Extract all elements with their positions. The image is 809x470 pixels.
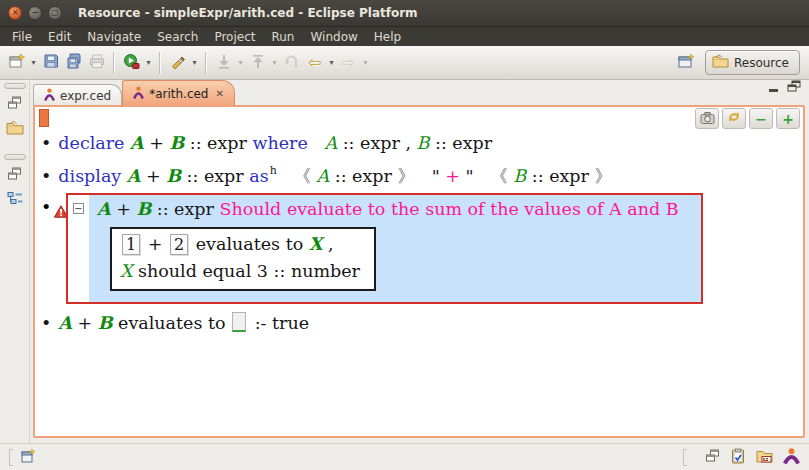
fast-view-icon[interactable]	[21, 448, 37, 467]
plus-icon: +	[782, 112, 794, 126]
menu-edit[interactable]: Edit	[40, 29, 79, 45]
menu-search[interactable]: Search	[149, 29, 206, 45]
menu-run[interactable]: Run	[263, 29, 302, 45]
token-kw: as	[249, 166, 268, 186]
check-header-line: A + B :: expr Should evaluate to the sum…	[97, 196, 695, 223]
sync-button[interactable]	[722, 108, 746, 129]
new-wizard-dropdown[interactable]: ▾	[28, 51, 39, 75]
project-explorer-folder-icon[interactable]	[5, 118, 25, 136]
run-external-tools-dropdown[interactable]: ▾	[143, 51, 154, 75]
minus-icon: −	[755, 112, 767, 126]
token-plain	[308, 133, 325, 153]
token-plain: evaluates to	[113, 313, 232, 333]
decrease-button[interactable]: −	[749, 108, 773, 129]
close-icon[interactable]: ✕	[8, 6, 22, 20]
forward-button[interactable]: ⇨	[337, 51, 360, 75]
line-bullet: •	[41, 166, 51, 186]
restore-view-icon[interactable]	[5, 165, 25, 183]
resource-perspective-button[interactable]: Resource	[705, 50, 800, 75]
next-annotation-dropdown[interactable]: ▾	[235, 51, 246, 75]
tab-label: expr.ced	[60, 89, 111, 103]
token-vari: X	[120, 261, 132, 281]
next-annotation-icon	[217, 54, 231, 72]
minimize-editor-icon[interactable]	[769, 89, 778, 92]
toolbar-separator	[159, 52, 161, 74]
display-line: •display A + B :: expr ash 《 A :: expr 》…	[35, 157, 803, 190]
menu-project[interactable]: Project	[206, 29, 263, 45]
pen-tool-dropdown[interactable]: ▾	[189, 51, 200, 75]
cedille-logo-icon[interactable]	[783, 448, 800, 467]
menu-help[interactable]: Help	[366, 29, 409, 45]
token-plain: :: expr ,	[337, 133, 416, 153]
restore-view-icon[interactable]	[705, 449, 720, 466]
token-guill: 》	[595, 166, 613, 186]
token-msg: Should evaluate to the sum of the values…	[219, 199, 678, 219]
next-annotation-button[interactable]	[212, 51, 235, 75]
cedille-file-icon	[133, 86, 144, 102]
statusbar-handle	[9, 449, 13, 466]
token-plain: :: expr	[429, 133, 492, 153]
view-stack-handle[interactable]	[4, 83, 26, 89]
token-kw: display	[58, 166, 126, 186]
token-vari: A	[325, 133, 338, 153]
token-plain: +	[142, 234, 168, 254]
new-wizard-icon	[9, 53, 25, 72]
camera-button[interactable]	[695, 108, 719, 129]
print-icon	[89, 53, 105, 72]
highlighted-check-block[interactable]: A + B :: expr Should evaluate to the sum…	[89, 195, 701, 302]
new-wizard-button[interactable]	[5, 51, 28, 75]
back-dropdown[interactable]: ▾	[326, 51, 337, 75]
declare-line: •declare A + B :: expr where A :: expr ,…	[35, 130, 803, 157]
forward-dropdown[interactable]: ▾	[360, 51, 371, 75]
menu-window[interactable]: Window	[302, 29, 365, 45]
cedille-editor[interactable]: − + •declare A + B :: expr where A :: ex…	[33, 105, 805, 438]
token-varb: A	[130, 133, 144, 153]
maximize-icon[interactable]: ▢	[48, 6, 62, 20]
back-button[interactable]: ⇦	[303, 51, 326, 75]
outline-view-icon[interactable]	[5, 189, 25, 207]
repository-icon[interactable]	[756, 448, 773, 466]
increase-button[interactable]: +	[776, 108, 800, 129]
toolbar: ▾ ▾ ▾	[0, 46, 809, 80]
collapse-minus-icon[interactable]: −	[73, 203, 84, 214]
token-varb: B	[98, 313, 113, 333]
view-stack-handle[interactable]	[4, 154, 26, 160]
token-plain	[277, 166, 294, 186]
token-varb: X	[309, 234, 323, 254]
sync-icon	[727, 110, 741, 127]
token-plain: "	[460, 166, 490, 186]
tab-arith-ced[interactable]: *arith.ced ✕	[122, 80, 235, 106]
token-kw: where	[252, 133, 307, 153]
resource-perspective-label: Resource	[734, 56, 789, 70]
menubar: File Edit Navigate Search Project Run Wi…	[0, 27, 809, 46]
token-varb: A	[127, 166, 141, 186]
maximize-editor-icon[interactable]	[787, 80, 801, 96]
save-button[interactable]	[39, 51, 62, 75]
minimize-icon[interactable]: −	[28, 6, 42, 20]
token-guill: 《	[293, 166, 316, 186]
last-edit-location-button[interactable]	[280, 51, 303, 75]
print-button[interactable]	[85, 51, 108, 75]
tab-close-icon[interactable]: ✕	[215, 88, 223, 99]
evaluation-detail-box: 1 + 2 evaluates to X , X should equal 3 …	[110, 227, 376, 291]
restore-view-icon[interactable]	[5, 94, 25, 112]
tab-expr-ced[interactable]: expr.ced	[33, 84, 122, 106]
token-guill: 《	[490, 166, 513, 186]
previous-annotation-dropdown[interactable]: ▾	[269, 51, 280, 75]
last-edit-location-icon	[284, 54, 299, 72]
forward-icon: ⇨	[342, 53, 355, 72]
folder-icon	[712, 54, 729, 71]
token-plain: :: expr	[526, 166, 594, 186]
tasks-icon[interactable]	[730, 448, 746, 467]
previous-annotation-button[interactable]	[246, 51, 269, 75]
open-perspective-button[interactable]	[675, 51, 698, 75]
token-varb: A	[97, 199, 111, 219]
back-icon: ⇦	[308, 53, 321, 72]
pen-tool-button[interactable]	[166, 51, 189, 75]
run-external-tools-button[interactable]	[120, 51, 143, 75]
menu-file[interactable]: File	[4, 29, 40, 45]
save-all-button[interactable]	[62, 51, 85, 75]
menu-navigate[interactable]: Navigate	[79, 29, 149, 45]
token-varb: A	[58, 313, 72, 333]
hole-placeholder[interactable]	[232, 312, 246, 332]
